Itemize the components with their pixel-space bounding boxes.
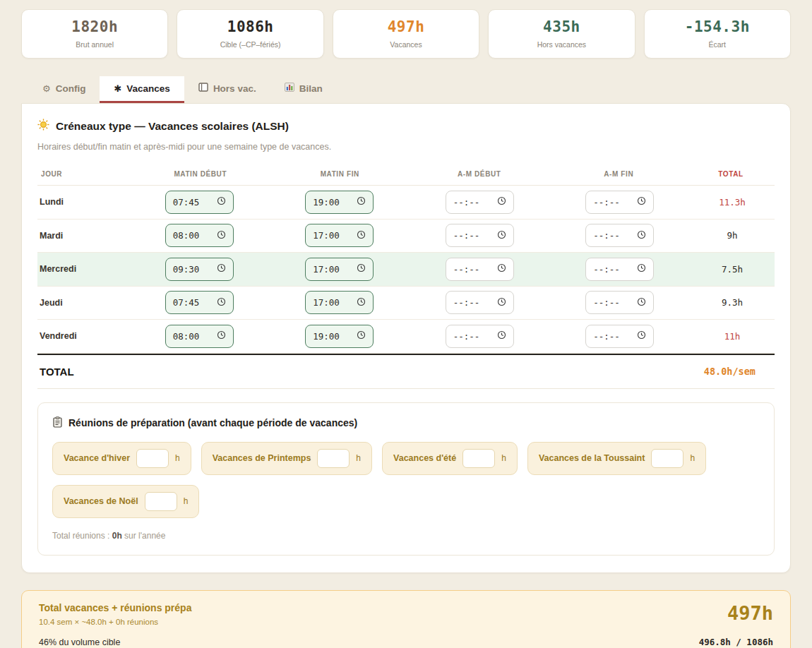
reunion-chip: Vacances d'été h	[382, 442, 518, 475]
clock-icon	[637, 330, 646, 342]
clock-icon	[357, 229, 366, 242]
reunion-chip: Vacances de Noël h	[52, 485, 199, 518]
table-row: Mardi 08:00 17:00 --:-- --:-- 9h	[37, 220, 775, 253]
time-input-am-debut[interactable]: --:--	[446, 258, 514, 281]
panel-heading: Créneaux type — Vacances scolaires (ALSH…	[37, 119, 775, 133]
clock-icon	[357, 196, 366, 208]
reunion-hours-input[interactable]	[317, 449, 350, 468]
time-input-matin-debut[interactable]: 07:45	[165, 191, 234, 214]
reunion-hours-input[interactable]	[462, 449, 495, 468]
clock-icon	[217, 229, 226, 242]
time-input-matin-debut[interactable]: 08:00	[165, 325, 234, 348]
stat-label: Cible (–CP–fériés)	[183, 40, 317, 49]
row-total: 9.3h	[690, 297, 775, 308]
time-input-am-debut[interactable]: --:--	[446, 224, 514, 247]
col-header-3: A-M début	[410, 170, 549, 178]
clock-icon	[217, 196, 226, 208]
summary-total: 497h	[727, 602, 773, 624]
tab-label: Bilan	[299, 83, 323, 94]
table-row: Lundi 07:45 19:00 --:-- --:-- 11.3h	[37, 186, 775, 220]
panel-title: Créneaux type — Vacances scolaires (ALSH…	[56, 120, 289, 133]
time-input-matin-fin[interactable]: 17:00	[305, 258, 374, 281]
reunion-hours-input[interactable]	[651, 449, 683, 468]
stat-value: 1820h	[28, 18, 162, 35]
tab-bar: ⚙ Config ✱ Vacances Hors vac. Bilan	[21, 76, 791, 103]
time-input-matin-fin[interactable]: 17:00	[305, 291, 374, 314]
reunions-total-suffix: sur l'année	[124, 531, 165, 541]
reunion-chip-suffix: h	[184, 496, 189, 506]
time-input-matin-fin[interactable]: 19:00	[305, 325, 374, 348]
time-input-am-fin[interactable]: --:--	[585, 325, 654, 348]
reunions-title: Réunions de préparation (avant chaque pé…	[68, 417, 357, 428]
table-body: Lundi 07:45 19:00 --:-- --:-- 11.3h Mard…	[37, 186, 775, 354]
progress-label: 46% du volume cible	[39, 637, 120, 647]
clock-icon	[357, 263, 366, 275]
stat-card: 1086h Cible (–CP–fériés)	[177, 9, 323, 59]
table-header-row: JourMatin débutMatin finA-M débutA-M fin…	[37, 166, 775, 186]
reunion-hours-input[interactable]	[136, 449, 169, 468]
summary-left: Total vacances + réunions prépa 10.4 sem…	[39, 602, 191, 626]
stats-row: 1820h Brut annuel 1086h Cible (–CP–férié…	[21, 9, 791, 59]
col-header-1: Matin début	[131, 170, 270, 178]
col-header-0: Jour	[39, 170, 131, 178]
time-input-am-fin[interactable]: --:--	[585, 191, 654, 214]
table-row: Vendredi 08:00 19:00 --:-- --:-- 11h	[37, 320, 775, 354]
tab-label: Config	[56, 83, 86, 94]
stat-card: 497h Vacances	[333, 9, 479, 59]
reunion-hours-input[interactable]	[145, 492, 177, 511]
reunion-chip-label: Vacances d'été	[393, 453, 456, 463]
stat-label: Brut annuel	[28, 40, 162, 49]
row-total: 7.5h	[690, 264, 775, 275]
stat-card: -154.3h Écart	[644, 9, 791, 59]
clock-icon	[637, 229, 646, 242]
reunion-chip-suffix: h	[690, 453, 695, 463]
table-row: Jeudi 07:45 17:00 --:-- --:-- 9.3h	[37, 287, 775, 320]
tab-config[interactable]: ⚙ Config	[28, 76, 100, 103]
reunion-chip-label: Vacances de Printemps	[213, 453, 311, 463]
time-input-matin-debut[interactable]: 09:30	[165, 258, 234, 281]
stat-card: 1820h Brut annuel	[21, 9, 168, 59]
tab-bilan[interactable]: Bilan	[270, 76, 337, 103]
reunion-chip-suffix: h	[175, 453, 180, 463]
stat-value: 435h	[494, 18, 628, 35]
time-input-am-debut[interactable]: --:--	[446, 191, 514, 214]
vacances-panel: Créneaux type — Vacances scolaires (ALSH…	[21, 103, 791, 573]
table-total-value: 48.0h/sem	[704, 366, 772, 377]
snowflake-icon: ✱	[114, 83, 121, 94]
clock-icon	[217, 263, 226, 275]
stat-value: 497h	[339, 18, 473, 35]
reunion-chip-label: Vacances de la Toussaint	[539, 453, 645, 463]
clock-icon	[217, 296, 226, 309]
time-input-am-debut[interactable]: --:--	[446, 325, 514, 348]
row-total: 9h	[690, 230, 775, 241]
stat-label: Hors vacances	[494, 40, 628, 49]
time-input-am-debut[interactable]: --:--	[446, 291, 514, 314]
reunions-section: Réunions de préparation (avant chaque pé…	[37, 402, 775, 556]
tab-vacances[interactable]: ✱ Vacances	[100, 76, 184, 103]
clock-icon	[637, 296, 646, 309]
clock-icon	[637, 196, 646, 208]
time-input-am-fin[interactable]: --:--	[585, 224, 654, 247]
sun-icon	[37, 119, 49, 133]
reunion-chip-label: Vacance d'hiver	[64, 453, 130, 463]
clock-icon	[497, 263, 506, 275]
clipboard-icon	[52, 416, 63, 430]
time-input-am-fin[interactable]: --:--	[585, 291, 654, 314]
row-total: 11h	[690, 331, 775, 342]
tab-hors-vac[interactable]: Hors vac.	[184, 76, 270, 103]
time-input-matin-fin[interactable]: 19:00	[305, 191, 374, 214]
clock-icon	[497, 330, 506, 342]
clock-icon	[497, 229, 506, 242]
window-icon	[198, 83, 208, 94]
progress-detail: 496.8h / 1086h	[699, 637, 773, 647]
reunion-chip: Vacances de Printemps h	[201, 442, 372, 475]
clock-icon	[497, 196, 506, 208]
time-input-matin-fin[interactable]: 17:00	[305, 224, 374, 247]
reunion-chip: Vacance d'hiver h	[52, 442, 191, 475]
time-input-matin-debut[interactable]: 08:00	[165, 224, 234, 247]
time-input-matin-debut[interactable]: 07:45	[165, 291, 234, 314]
day-label: Jeudi	[37, 298, 129, 308]
time-input-am-fin[interactable]: --:--	[585, 258, 654, 281]
tab-label: Hors vac.	[213, 83, 256, 94]
stat-value: 1086h	[183, 18, 317, 35]
